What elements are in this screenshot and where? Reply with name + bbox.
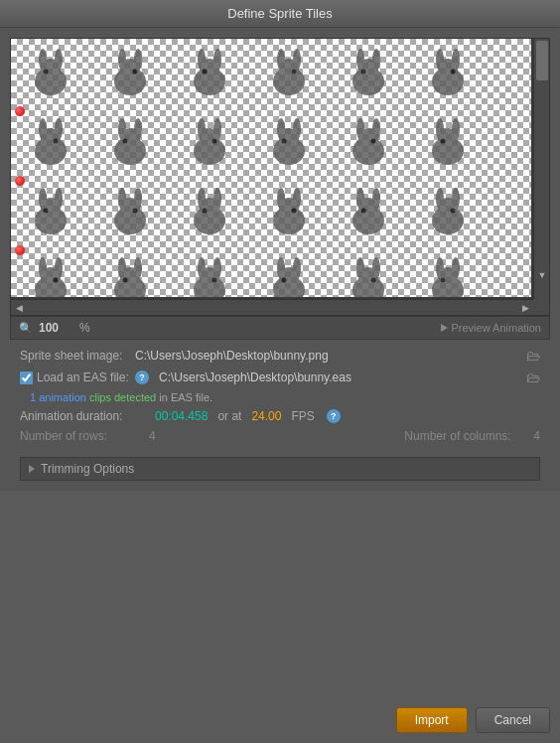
svg-point-123 xyxy=(451,209,456,214)
svg-point-163 xyxy=(436,257,444,279)
svg-point-115 xyxy=(372,188,380,210)
svg-point-114 xyxy=(356,188,364,210)
sprite-cell xyxy=(170,39,249,108)
trimming-label: Trimming Options xyxy=(41,462,134,476)
trimming-header[interactable]: Trimming Options xyxy=(20,457,540,481)
detected-info: 1 animation clips detected in EAS file. xyxy=(30,391,540,403)
eas-file-row: Load an EAS file: ? C:\Users\Joseph\Desk… xyxy=(20,370,540,385)
svg-point-116 xyxy=(361,209,366,214)
svg-point-60 xyxy=(212,139,217,144)
info-section: Sprite sheet image: C:\Users\Joseph\Desk… xyxy=(10,340,550,453)
svg-point-143 xyxy=(198,257,206,279)
sprite-cell xyxy=(408,247,488,297)
play-icon xyxy=(441,324,448,332)
eas-checkbox-label[interactable]: Load an EAS file: xyxy=(20,371,129,384)
import-button[interactable]: Import xyxy=(396,707,468,733)
duration-fps-label: FPS xyxy=(291,409,314,423)
duration-fps-value: 24.00 xyxy=(251,409,281,423)
horizontal-scrollbar[interactable]: ◀ ▶ xyxy=(11,299,533,315)
svg-point-136 xyxy=(134,257,142,279)
svg-point-156 xyxy=(372,257,380,279)
svg-point-107 xyxy=(293,188,301,210)
svg-point-102 xyxy=(203,209,208,214)
svg-point-16 xyxy=(198,49,206,71)
svg-point-129 xyxy=(39,257,47,279)
svg-point-95 xyxy=(133,209,138,214)
zoom-value: 100 xyxy=(39,321,73,335)
duration-time: 00:04.458 xyxy=(155,409,208,423)
duration-separator: or at xyxy=(217,409,241,423)
title-bar: Define Sprite Tiles xyxy=(0,0,560,28)
cancel-button[interactable]: Cancel xyxy=(476,707,550,733)
svg-point-51 xyxy=(118,118,126,140)
sprite-cell xyxy=(249,39,329,108)
svg-point-121 xyxy=(452,188,460,210)
svg-point-23 xyxy=(293,49,301,71)
scroll-right-arrow[interactable]: ▶ xyxy=(517,300,533,316)
duration-label: Animation duration: xyxy=(20,409,149,423)
svg-point-59 xyxy=(198,118,206,140)
sprite-cell xyxy=(408,39,488,108)
scroll-left-arrow[interactable]: ◀ xyxy=(11,300,27,316)
fps-help-icon[interactable]: ? xyxy=(327,409,341,423)
rows-cols-row: Number of rows: 4 Number of columns: 4 xyxy=(20,429,540,443)
svg-point-87 xyxy=(55,188,63,210)
scroll-down-arrow[interactable]: ▼ xyxy=(534,267,550,283)
folder-icon-eas[interactable]: 🗁 xyxy=(526,370,540,385)
sprite-cell xyxy=(170,247,249,297)
svg-point-150 xyxy=(293,257,301,279)
bottom-buttons: Import Cancel xyxy=(396,707,550,733)
eas-checkbox[interactable] xyxy=(20,372,33,384)
svg-point-31 xyxy=(372,49,380,71)
svg-point-93 xyxy=(134,188,142,210)
svg-point-52 xyxy=(134,118,142,140)
help-icon[interactable]: ? xyxy=(135,371,149,384)
sprite-cell xyxy=(408,108,488,178)
svg-point-151 xyxy=(282,278,287,283)
cols-value: 4 xyxy=(533,429,540,443)
cols-label: Number of columns: xyxy=(404,429,533,443)
preview-animation-button[interactable]: Preview Animation xyxy=(441,322,542,334)
scrollbar-corner xyxy=(533,299,549,315)
folder-icon-sheet[interactable]: 🗁 xyxy=(526,348,540,364)
detected-count: 1 animation xyxy=(30,391,86,403)
sprite-cell xyxy=(329,39,408,108)
svg-point-24 xyxy=(277,49,285,71)
svg-point-10 xyxy=(118,49,126,71)
sprite-preview-container: ▲ ▼ ◀ ▶ xyxy=(10,38,550,316)
svg-point-39 xyxy=(451,70,456,74)
svg-point-130 xyxy=(54,278,59,283)
svg-point-17 xyxy=(213,49,221,71)
eas-label-text: Load an EAS file: xyxy=(37,371,129,384)
svg-point-164 xyxy=(452,257,460,279)
selection-indicator xyxy=(15,106,25,116)
svg-point-25 xyxy=(292,70,297,74)
svg-point-11 xyxy=(133,70,138,74)
rows-label: Number of rows: xyxy=(20,429,149,443)
sprite-grid xyxy=(11,39,488,297)
sprite-cell xyxy=(90,39,170,108)
selection-indicator xyxy=(15,245,25,255)
svg-point-37 xyxy=(452,49,460,71)
svg-point-9 xyxy=(134,49,142,71)
svg-point-18 xyxy=(203,70,208,74)
svg-point-101 xyxy=(213,188,221,210)
scroll-thumb-vertical[interactable] xyxy=(536,41,548,80)
detected-clips: clips detected xyxy=(89,391,156,403)
svg-point-144 xyxy=(212,278,217,283)
svg-point-66 xyxy=(293,118,301,140)
eas-path: C:\Users\Joseph\Desktop\bunny.eas xyxy=(159,371,351,384)
svg-point-81 xyxy=(441,139,446,144)
svg-point-142 xyxy=(213,257,221,279)
dialog-body: ▲ ▼ ◀ ▶ 🔍 100 % Preview Animation Sprite… xyxy=(0,28,560,491)
vertical-scrollbar[interactable]: ▲ ▼ xyxy=(533,39,549,299)
sprite-cell xyxy=(11,39,90,108)
dialog-title: Define Sprite Tiles xyxy=(227,6,333,21)
svg-point-94 xyxy=(118,188,126,210)
trimming-section: Trimming Options xyxy=(20,457,540,481)
svg-point-3 xyxy=(55,49,63,71)
svg-point-72 xyxy=(372,118,380,140)
svg-point-73 xyxy=(356,118,364,140)
svg-point-2 xyxy=(39,49,47,71)
sprite-cell xyxy=(408,178,488,247)
